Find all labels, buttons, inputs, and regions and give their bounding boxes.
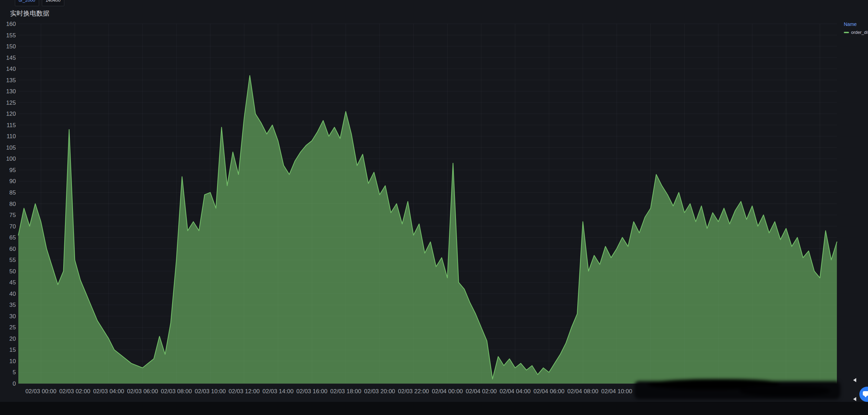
y-axis-label: 35 (9, 302, 16, 308)
x-axis-label: 02/03 22:00 (398, 388, 429, 395)
left-arrow-icon[interactable] (853, 397, 856, 401)
y-axis-label: 55 (9, 257, 16, 263)
series-area (18, 76, 837, 384)
y-axis-label: 150 (6, 43, 16, 50)
x-axis-label: 02/04 04:00 (500, 388, 531, 395)
x-axis-label: 02/04 06:00 (533, 388, 564, 395)
y-axis-label: 160 (6, 21, 16, 27)
x-axis-label: 02/04 00:00 (432, 388, 463, 395)
y-axis-label: 5 (13, 369, 16, 376)
y-axis-label: 30 (9, 313, 16, 320)
y-axis-label: 20 (9, 336, 16, 342)
y-axis-label: 80 (9, 201, 16, 207)
legend-item[interactable]: order_dif (844, 30, 868, 35)
redaction-blob (740, 385, 830, 396)
y-axis-label: 40 (9, 291, 16, 297)
y-axis-label: 115 (7, 122, 16, 129)
x-axis-label: 02/03 08:00 (161, 388, 192, 395)
y-axis-label: 135 (6, 77, 16, 84)
redaction-smudge (634, 381, 840, 399)
x-axis-label: 02/04 10:00 (601, 388, 632, 395)
y-axis-label: 155 (6, 32, 16, 39)
x-axis-label: 02/03 06:00 (127, 388, 158, 395)
y-axis-label: 75 (9, 212, 16, 218)
x-axis-label: 02/04 02:00 (466, 388, 497, 395)
variables-row: or_2000 140400 (15, 0, 64, 6)
x-axis-label: 02/03 18:00 (330, 388, 361, 395)
x-axis-label: 02/04 08:00 (567, 388, 598, 395)
y-axis-label: 120 (6, 111, 16, 117)
x-axis-label: 02/03 20:00 (364, 388, 395, 395)
grafana-panel-page: or_2000 140400 实时换电数据 051015202530354045… (0, 0, 868, 415)
y-axis-label: 0 (13, 380, 16, 387)
y-axis-label: 90 (9, 178, 16, 185)
legend: Name order_dif (844, 21, 868, 35)
left-arrow-icon[interactable] (853, 378, 856, 382)
legend-header-name[interactable]: Name (844, 21, 868, 27)
variable-chip-value[interactable]: 140400 (42, 0, 64, 6)
y-axis-label: 45 (9, 279, 16, 286)
x-axis-label: 02/03 00:00 (25, 388, 56, 395)
y-axis-label: 145 (6, 55, 16, 61)
x-axis-label: 02/03 10:00 (195, 388, 226, 395)
y-axis-label: 60 (9, 246, 16, 252)
x-axis-label: 02/03 14:00 (262, 388, 293, 395)
timeseries-chart[interactable]: 0510152025303540455055606570758085909510… (0, 0, 868, 415)
series-swatch-icon (844, 32, 849, 33)
x-axis-label: 02/03 04:00 (93, 388, 124, 395)
x-axis-label: 02/03 16:00 (296, 388, 327, 395)
y-axis-label: 85 (9, 189, 16, 196)
y-axis-label: 10 (9, 358, 16, 365)
y-axis-label: 130 (6, 88, 16, 95)
variable-chip-link[interactable]: or_2000 (15, 0, 39, 6)
y-axis-label: 70 (9, 223, 16, 230)
x-axis-label: 02/03 02:00 (59, 388, 90, 395)
y-axis-label: 140 (6, 66, 16, 72)
x-axis-label: 02/03 12:00 (228, 388, 260, 395)
y-axis-label: 110 (7, 133, 16, 140)
y-axis-label: 65 (9, 234, 16, 241)
y-axis-label: 100 (6, 155, 16, 162)
y-axis-label: 105 (6, 144, 16, 151)
page-bottom-strip (0, 402, 868, 415)
legend-series-label[interactable]: order_dif (851, 30, 868, 35)
y-axis-label: 15 (9, 347, 16, 353)
speech-bubble-tail-icon (864, 395, 867, 397)
y-axis-label: 95 (9, 167, 16, 173)
y-axis-label: 50 (9, 268, 16, 275)
y-axis-label: 125 (6, 100, 16, 106)
y-axis-label: 25 (9, 324, 16, 331)
